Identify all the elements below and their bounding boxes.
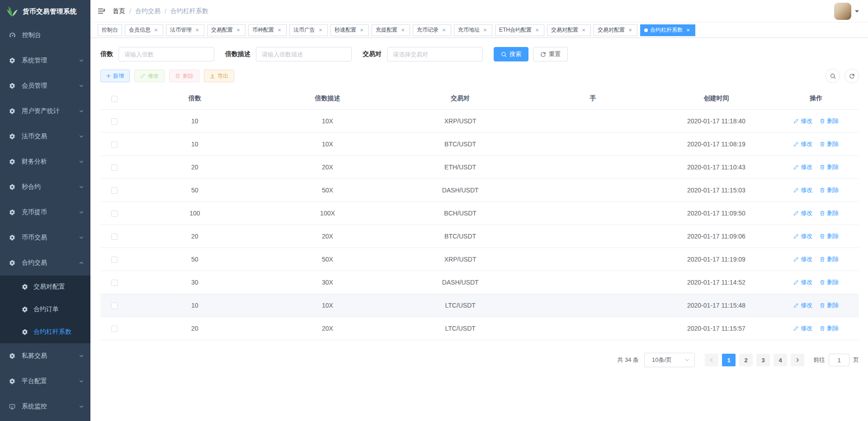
- row-checkbox[interactable]: [111, 118, 118, 125]
- add-button[interactable]: 新增: [100, 70, 130, 82]
- row-edit-link[interactable]: 修改: [793, 324, 812, 332]
- sidebar-item-11[interactable]: 私募交易: [0, 343, 90, 369]
- row-edit-link[interactable]: 修改: [793, 301, 812, 309]
- desc-input[interactable]: [256, 47, 352, 61]
- tab-9[interactable]: 充币记录×: [413, 24, 451, 36]
- row-delete-link[interactable]: 删除: [820, 209, 839, 217]
- delete-button[interactable]: 删除: [169, 70, 199, 82]
- page-button-4[interactable]: 4: [774, 354, 787, 366]
- export-button[interactable]: 导出: [204, 70, 234, 82]
- row-checkbox[interactable]: [111, 210, 118, 217]
- row-delete-link[interactable]: 删除: [820, 117, 839, 125]
- reset-button[interactable]: 重置: [533, 47, 568, 61]
- multiple-input[interactable]: [118, 47, 214, 61]
- next-page-button[interactable]: [791, 354, 804, 366]
- page-button-3[interactable]: 3: [756, 354, 770, 366]
- row-delete-link[interactable]: 删除: [820, 255, 839, 263]
- tab-14[interactable]: 合约杠杆系数×: [640, 24, 695, 36]
- chevron-down-icon: [79, 235, 84, 240]
- tab-close-icon[interactable]: ×: [400, 27, 406, 33]
- chevron-left-icon: [709, 357, 714, 363]
- tab-10[interactable]: 充币地址×: [454, 24, 492, 36]
- row-delete-link[interactable]: 删除: [820, 278, 839, 286]
- row-checkbox[interactable]: [111, 141, 118, 148]
- tab-close-icon[interactable]: ×: [317, 27, 324, 33]
- sidebar-item-6[interactable]: 财务分析: [0, 149, 90, 174]
- tab-close-icon[interactable]: ×: [359, 27, 365, 33]
- row-checkbox[interactable]: [111, 234, 118, 240]
- sidebar-subitem-1[interactable]: 交易对配置: [0, 276, 90, 298]
- tab-4[interactable]: 交易配置×: [207, 24, 245, 36]
- row-edit-link[interactable]: 修改: [793, 278, 812, 286]
- row-edit-link[interactable]: 修改: [793, 232, 812, 240]
- row-edit-link[interactable]: 修改: [793, 163, 812, 171]
- page-button-1[interactable]: 1: [722, 354, 736, 366]
- tab-11[interactable]: ETH合约配置×: [495, 24, 544, 36]
- select-all-checkbox[interactable]: [111, 96, 118, 102]
- tab-5[interactable]: 币种配置×: [248, 24, 287, 36]
- sidebar-item-12[interactable]: 平台配置: [0, 369, 90, 394]
- table-refresh-button[interactable]: [844, 69, 859, 83]
- sidebar-item-2[interactable]: 系统管理: [0, 48, 90, 73]
- row-delete-link[interactable]: 删除: [820, 301, 839, 309]
- row-checkbox[interactable]: [111, 326, 118, 332]
- edit-button[interactable]: 修改: [134, 70, 165, 82]
- row-checkbox[interactable]: [111, 303, 118, 309]
- sidebar-item-10[interactable]: 合约交易: [0, 250, 90, 276]
- row-delete-link[interactable]: 删除: [820, 163, 839, 171]
- row-edit-link[interactable]: 修改: [793, 209, 812, 217]
- tab-close-icon[interactable]: ×: [534, 27, 540, 33]
- sidebar-subitem-3[interactable]: 合约杠杆系数: [0, 321, 90, 343]
- row-edit-link[interactable]: 修改: [793, 117, 812, 125]
- sidebar-item-8[interactable]: 充币提币: [0, 200, 90, 225]
- tab-1[interactable]: 控制台: [98, 24, 122, 36]
- sidebar-item-13[interactable]: 系统监控: [0, 394, 90, 419]
- sidebar-subitem-2[interactable]: 合约订单: [0, 298, 90, 321]
- sidebar-item-1[interactable]: 控制台: [0, 23, 90, 48]
- tab-close-icon[interactable]: ×: [482, 27, 488, 33]
- row-delete-link[interactable]: 删除: [820, 140, 839, 148]
- tab-close-icon[interactable]: ×: [441, 27, 447, 33]
- tab-close-icon[interactable]: ×: [153, 27, 159, 33]
- tab-close-icon[interactable]: ×: [627, 27, 633, 33]
- sidebar-item-5[interactable]: 法币交易: [0, 124, 90, 149]
- tab-close-icon[interactable]: ×: [685, 27, 691, 33]
- tab-3[interactable]: 法币管理×: [166, 24, 204, 36]
- sidebar-item-7[interactable]: 秒合约: [0, 174, 90, 200]
- tab-7[interactable]: 秒速配置×: [330, 24, 369, 36]
- sidebar-item-3[interactable]: 会员管理: [0, 73, 90, 98]
- tab-6[interactable]: 法币广告×: [289, 24, 328, 36]
- tab-close-icon[interactable]: ×: [194, 27, 200, 33]
- tab-2[interactable]: 会员信息×: [125, 24, 163, 36]
- avatar-caret-down-icon[interactable]: [855, 10, 859, 13]
- row-delete-link[interactable]: 删除: [820, 232, 839, 240]
- table-search-toggle-button[interactable]: [826, 69, 840, 83]
- table-cell: 10: [128, 110, 261, 133]
- row-delete-link[interactable]: 删除: [820, 186, 839, 194]
- breadcrumb-item[interactable]: 首页: [113, 7, 125, 15]
- sidebar-fold-icon[interactable]: [98, 7, 105, 15]
- tab-close-icon[interactable]: ×: [235, 27, 241, 33]
- row-delete-link[interactable]: 删除: [820, 324, 839, 332]
- row-checkbox[interactable]: [111, 257, 118, 263]
- tab-8[interactable]: 充提配置×: [372, 24, 410, 36]
- row-checkbox[interactable]: [111, 280, 118, 286]
- tab-close-icon[interactable]: ×: [276, 27, 283, 33]
- row-edit-link[interactable]: 修改: [793, 186, 812, 194]
- tab-12[interactable]: 交易对配置×: [547, 24, 591, 36]
- page-size-select[interactable]: 10条/页: [644, 353, 695, 367]
- search-button[interactable]: 搜索: [494, 47, 528, 61]
- pair-select[interactable]: [387, 47, 483, 61]
- goto-page-input[interactable]: [829, 354, 849, 366]
- tab-close-icon[interactable]: ×: [580, 27, 587, 33]
- user-avatar[interactable]: [834, 3, 851, 20]
- tab-13[interactable]: 交易对配置×: [594, 24, 637, 36]
- row-edit-link[interactable]: 修改: [793, 140, 812, 148]
- row-edit-link[interactable]: 修改: [793, 255, 812, 263]
- page-button-2[interactable]: 2: [739, 354, 753, 366]
- prev-page-button[interactable]: [705, 354, 718, 366]
- row-checkbox[interactable]: [111, 164, 118, 171]
- row-checkbox[interactable]: [111, 187, 118, 194]
- sidebar-item-4[interactable]: 用户资产统计: [0, 98, 90, 124]
- sidebar-item-9[interactable]: 币币交易: [0, 225, 90, 250]
